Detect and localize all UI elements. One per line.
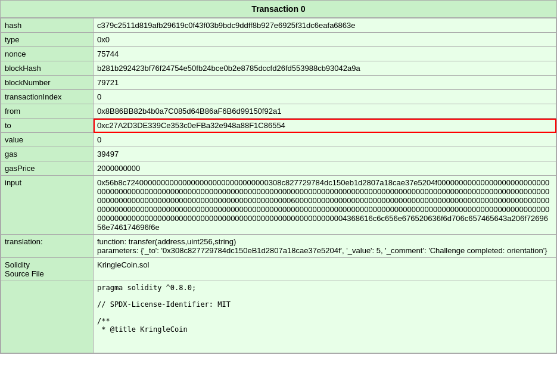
table-row: gasPrice2000000000: [1, 161, 556, 176]
table-row: blockNumber79721: [1, 76, 556, 90]
transaction-title: Transaction 0: [1, 1, 556, 18]
solidity-row: Solidity Source FileKringleCoin.sol: [1, 258, 556, 281]
row-label: from: [1, 104, 94, 119]
row-label: hash: [1, 18, 94, 33]
row-value: 0x0: [94, 33, 556, 47]
translation-label: translation:: [1, 235, 94, 258]
translation-value: function: transfer(address,uint256,strin…: [94, 235, 556, 258]
transaction-container: Transaction 0 hashc379c2511d819afb29619c…: [0, 0, 557, 354]
row-label: nonce: [1, 47, 94, 61]
solidity-value: KringleCoin.sol: [94, 258, 556, 281]
table-row: gas39497: [1, 147, 556, 161]
table-row: input0x56b8c7240000000000000000000000000…: [1, 176, 556, 235]
table-row: hashc379c2511d819afb29619c0f43f03b9bdc9d…: [1, 18, 556, 33]
source-code-cell[interactable]: pragma solidity ^0.8.0; // SPDX-License-…: [94, 281, 556, 353]
source-code-scroll[interactable]: pragma solidity ^0.8.0; // SPDX-License-…: [94, 281, 556, 353]
row-label: transactionIndex: [1, 90, 94, 104]
table-row: to0xc27A2D3DE339Ce353c0eFBa32e948a88F1C8…: [1, 119, 556, 133]
row-value: 0x56b8c724000000000000000000000000000000…: [94, 176, 556, 235]
row-label: type: [1, 33, 94, 47]
row-value: 0: [94, 90, 556, 104]
row-label: blockHash: [1, 61, 94, 76]
row-value: 2000000000: [94, 161, 556, 176]
solidity-label: Solidity Source File: [1, 258, 94, 281]
source-code-row: pragma solidity ^0.8.0; // SPDX-License-…: [1, 281, 556, 353]
row-value: 39497: [94, 147, 556, 161]
row-label: gas: [1, 147, 94, 161]
row-value: c379c2511d819afb29619c0f43f03b9bdc9ddff8…: [94, 18, 556, 33]
row-value: 0: [94, 133, 556, 147]
table-row: value0: [1, 133, 556, 147]
source-code-label: [1, 281, 94, 353]
to-value: 0xc27A2D3DE339Ce353c0eFBa32e948a88F1C865…: [94, 119, 556, 133]
source-code-content: pragma solidity ^0.8.0; // SPDX-License-…: [97, 284, 552, 334]
row-value: b281b292423bf76f24754e50fb24bce0b2e8785d…: [94, 61, 556, 76]
row-value: 75744: [94, 47, 556, 61]
row-value: 0x8B86BB82b4b0a7C085d64B86aF6B6d99150f92…: [94, 104, 556, 119]
table-row: nonce75744: [1, 47, 556, 61]
table-row: type0x0: [1, 33, 556, 47]
row-label: to: [1, 119, 94, 133]
transaction-table: hashc379c2511d819afb29619c0f43f03b9bdc9d…: [1, 18, 556, 353]
table-row: blockHashb281b292423bf76f24754e50fb24bce…: [1, 61, 556, 76]
table-row: transactionIndex0: [1, 90, 556, 104]
table-row: from0x8B86BB82b4b0a7C085d64B86aF6B6d9915…: [1, 104, 556, 119]
row-value: 79721: [94, 76, 556, 90]
row-label: value: [1, 133, 94, 147]
row-label: blockNumber: [1, 76, 94, 90]
row-label: gasPrice: [1, 161, 94, 176]
translation-row: translation:function: transfer(address,u…: [1, 235, 556, 258]
row-label: input: [1, 176, 94, 235]
